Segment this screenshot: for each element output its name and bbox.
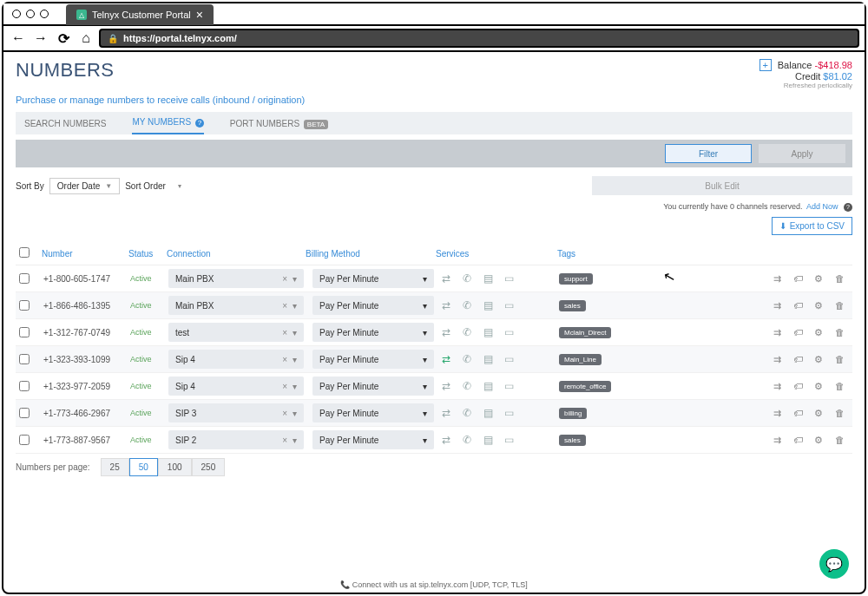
chevron-down-icon[interactable]: ▾ (423, 301, 427, 311)
caller-id-icon[interactable]: ▭ (502, 380, 516, 392)
chevron-down-icon[interactable]: ▾ (423, 328, 427, 337)
tag-icon[interactable]: 🏷 (792, 435, 804, 446)
delete-icon[interactable]: 🗑 (833, 327, 845, 338)
filter-button[interactable]: Filter (665, 144, 752, 163)
tag-chip[interactable]: Main_Line (559, 354, 602, 365)
chevron-down-icon[interactable]: ▾ (423, 355, 427, 364)
chevron-down-icon[interactable]: ▾ (293, 409, 297, 418)
settings-icon[interactable]: ⚙ (812, 435, 825, 446)
connection-select[interactable]: SIP 2 ×▾ (168, 430, 304, 449)
billing-select[interactable]: Pay Per Minute ▾ (312, 296, 434, 315)
route-icon[interactable]: ⇉ (771, 354, 783, 365)
select-all-checkbox[interactable] (19, 247, 30, 258)
chevron-down-icon[interactable]: ▾ (423, 436, 427, 445)
settings-icon[interactable]: ⚙ (812, 354, 825, 365)
tag-icon[interactable]: 🏷 (792, 381, 804, 392)
billing-select[interactable]: Pay Per Minute ▾ (312, 430, 434, 449)
clear-icon[interactable]: × (282, 355, 287, 364)
route-icon[interactable]: ⇉ (771, 300, 783, 311)
chevron-down-icon[interactable]: ▾ (293, 328, 297, 337)
messaging-icon[interactable]: ▤ (481, 299, 495, 311)
row-checkbox[interactable] (19, 408, 30, 418)
chevron-down-icon[interactable]: ▾ (423, 409, 427, 418)
messaging-icon[interactable]: ▤ (481, 407, 495, 419)
clear-icon[interactable]: × (282, 274, 287, 284)
tag-icon[interactable]: 🏷 (792, 408, 804, 419)
tag-chip[interactable]: Mclain_Direct (559, 327, 611, 338)
pager-option[interactable]: 250 (192, 458, 226, 476)
tag-chip[interactable]: sales (559, 300, 586, 311)
messaging-icon[interactable]: ▤ (481, 434, 495, 446)
help-icon[interactable]: ? (844, 203, 852, 212)
delete-icon[interactable]: 🗑 (833, 273, 845, 285)
cnam-icon[interactable]: ⇄ (439, 272, 453, 285)
billing-select[interactable]: Pay Per Minute ▾ (312, 350, 434, 369)
export-csv-button[interactable]: ⬇ Export to CSV (772, 217, 852, 235)
row-checkbox[interactable] (19, 354, 30, 364)
billing-select[interactable]: Pay Per Minute ▾ (312, 323, 434, 342)
chevron-down-icon[interactable]: ▾ (293, 274, 297, 284)
connection-select[interactable]: Main PBX ×▾ (168, 296, 304, 315)
delete-icon[interactable]: 🗑 (833, 408, 845, 419)
clear-icon[interactable]: × (282, 301, 287, 311)
row-checkbox[interactable] (19, 300, 30, 311)
cnam-icon[interactable]: ⇄ (439, 353, 453, 365)
apply-button[interactable]: Apply (759, 144, 845, 163)
clear-icon[interactable]: × (282, 328, 287, 337)
chevron-down-icon[interactable]: ▾ (293, 436, 297, 445)
cnam-icon[interactable]: ⇄ (439, 407, 453, 419)
delete-icon[interactable]: 🗑 (833, 354, 845, 365)
help-icon[interactable]: ? (195, 119, 204, 128)
route-icon[interactable]: ⇉ (771, 435, 783, 446)
caller-id-icon[interactable]: ▭ (502, 407, 516, 419)
route-icon[interactable]: ⇉ (771, 408, 783, 419)
connection-select[interactable]: SIP 3 ×▾ (168, 403, 304, 422)
back-button[interactable]: ← (9, 29, 28, 48)
chat-button[interactable]: 💬 (819, 549, 849, 579)
row-checkbox[interactable] (19, 327, 30, 337)
window-maximize-icon[interactable] (40, 10, 49, 18)
delete-icon[interactable]: 🗑 (833, 381, 845, 392)
delete-icon[interactable]: 🗑 (833, 300, 845, 311)
tag-chip[interactable]: remote_office (559, 381, 611, 392)
route-icon[interactable]: ⇉ (771, 327, 783, 338)
clear-icon[interactable]: × (282, 409, 287, 418)
home-button[interactable]: ⌂ (76, 29, 95, 48)
clear-icon[interactable]: × (282, 382, 287, 391)
row-checkbox[interactable] (19, 381, 30, 391)
tab-port-numbers[interactable]: PORT NUMBERS BETA (230, 114, 328, 134)
window-minimize-icon[interactable] (26, 10, 35, 18)
sort-by-dropdown[interactable]: Order Date ▼ (49, 178, 120, 194)
billing-select[interactable]: Pay Per Minute ▾ (312, 377, 434, 396)
forward-button[interactable]: → (31, 29, 50, 48)
row-checkbox[interactable] (19, 435, 30, 445)
clear-icon[interactable]: × (282, 436, 287, 445)
tab-close-icon[interactable]: × (196, 8, 203, 22)
connection-select[interactable]: test ×▾ (168, 323, 304, 342)
route-icon[interactable]: ⇉ (771, 273, 783, 285)
cnam-icon[interactable]: ⇄ (439, 434, 453, 446)
tag-chip[interactable]: sales (559, 435, 586, 446)
messaging-icon[interactable]: ▤ (481, 380, 495, 392)
e911-icon[interactable]: ✆ (460, 407, 474, 419)
settings-icon[interactable]: ⚙ (812, 300, 825, 311)
reload-button[interactable]: ⟳ (54, 29, 73, 48)
tag-icon[interactable]: 🏷 (792, 327, 804, 338)
e911-icon[interactable]: ✆ (460, 326, 474, 338)
cnam-icon[interactable]: ⇄ (439, 299, 453, 311)
settings-icon[interactable]: ⚙ (812, 381, 825, 392)
tag-chip[interactable]: support (559, 273, 593, 285)
col-tags[interactable]: Tags (557, 249, 705, 259)
route-icon[interactable]: ⇉ (771, 381, 783, 392)
caller-id-icon[interactable]: ▭ (502, 326, 516, 338)
pager-option[interactable]: 50 (129, 458, 158, 476)
messaging-icon[interactable]: ▤ (481, 326, 495, 338)
caller-id-icon[interactable]: ▭ (502, 272, 516, 285)
bulk-edit-button[interactable]: Bulk Edit (592, 176, 852, 195)
e911-icon[interactable]: ✆ (460, 272, 474, 285)
cnam-icon[interactable]: ⇄ (439, 326, 453, 338)
connection-select[interactable]: Sip 4 ×▾ (168, 350, 304, 369)
e911-icon[interactable]: ✆ (460, 380, 474, 392)
url-bar[interactable]: 🔒 https://portal.telnyx.com/ (99, 29, 859, 48)
browser-tab[interactable]: △ Telnyx Customer Portal × (66, 4, 214, 25)
